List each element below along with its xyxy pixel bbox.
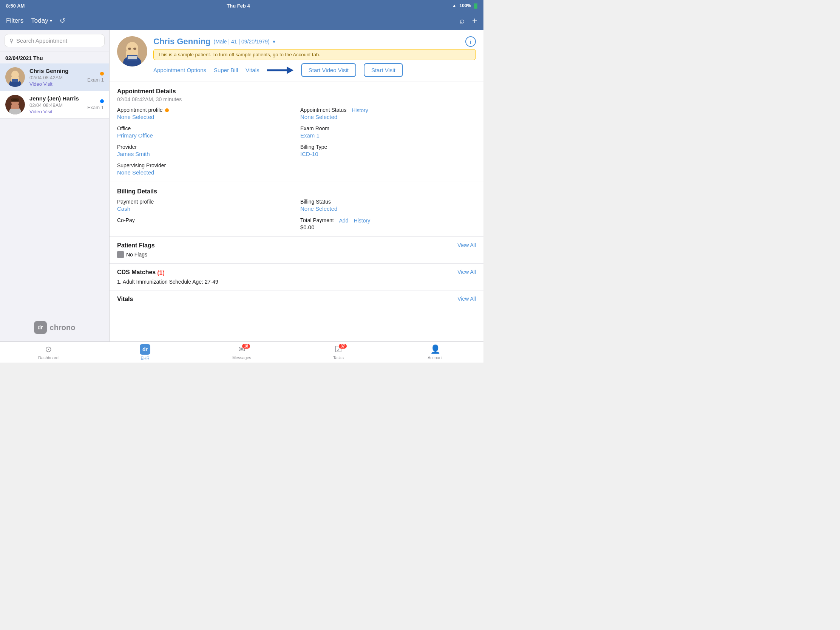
svg-rect-4: [12, 79, 18, 82]
cds-content: CDS Matches (1) 1. Adult Immunization Sc…: [117, 269, 218, 285]
tasks-label: Tasks: [333, 355, 344, 360]
appointment-profile-field: Appointment profile None Selected: [117, 107, 293, 120]
avatar: [5, 95, 25, 114]
total-payment-add-link[interactable]: Add: [339, 218, 349, 224]
exam-room: Exam 1: [87, 105, 104, 110]
patient-flags-title: Patient Flags: [117, 242, 155, 249]
payment-profile-value[interactable]: Cash: [117, 205, 293, 212]
svg-rect-8: [11, 105, 19, 109]
payment-profile-label: Payment profile: [117, 199, 293, 205]
appointment-dot: [165, 108, 169, 112]
billing-status-field: Billing Status None Selected: [300, 199, 476, 212]
nav-tasks[interactable]: ☑ 37 Tasks: [290, 344, 387, 360]
add-button[interactable]: +: [472, 16, 477, 26]
patient-header: Chris Genning (Male | 41 | 09/20/1979) ▾…: [109, 30, 483, 82]
cds-matches-title: CDS Matches: [117, 269, 156, 276]
super-bill-link[interactable]: Super Bill: [214, 67, 238, 73]
annotation-arrow: [267, 66, 294, 75]
total-payment-history-link[interactable]: History: [354, 218, 371, 224]
appointment-options-link[interactable]: Appointment Options: [153, 67, 206, 73]
filters-button[interactable]: Filters: [6, 17, 24, 25]
billing-type-label: Billing Type: [300, 144, 476, 150]
office-field: Office Primary Office: [117, 125, 293, 139]
start-visit-button[interactable]: Start Visit: [364, 63, 403, 77]
patient-name: Jenny (Jen) Harris: [30, 95, 83, 102]
patient-name[interactable]: Chris Genning: [153, 36, 211, 46]
sidebar: ⚲ Search Appointment 02/04/2021 Thu Chri…: [0, 30, 109, 341]
nav-messages[interactable]: ✉ 18 Messages: [193, 344, 290, 360]
dashboard-icon: ⊙: [45, 344, 52, 354]
status-bar: 8:50 AM Thu Feb 4 ▲ 100% ▓: [0, 0, 483, 11]
total-payment-value: $0.00: [300, 224, 476, 231]
drchrono-logo-icon: dr: [34, 321, 47, 334]
billing-status-value[interactable]: None Selected: [300, 205, 476, 212]
search-input[interactable]: Search Appointment: [16, 37, 67, 44]
nav-dashboard[interactable]: ⊙ Dashboard: [0, 344, 97, 360]
provider-label: Provider: [117, 144, 293, 150]
nav-ehr[interactable]: dr EHR: [97, 344, 193, 360]
svg-marker-18: [287, 66, 294, 74]
svg-point-15: [128, 47, 131, 50]
refresh-button[interactable]: ↺: [60, 17, 65, 25]
dashboard-label: Dashboard: [38, 355, 58, 360]
billing-details-title: Billing Details: [117, 188, 476, 195]
patient-flags-view-all[interactable]: View All: [457, 242, 476, 248]
info-icon[interactable]: i: [465, 36, 476, 47]
wifi-icon: ▲: [452, 3, 456, 8]
appointment-type: Video Visit: [30, 109, 83, 114]
total-payment-field: Total Payment Add History $0.00: [300, 217, 476, 231]
patient-meta: (Male | 41 | 09/20/1979): [214, 38, 270, 44]
appointment-time: 02/04 08:42AM: [30, 75, 83, 81]
search-box[interactable]: ⚲ Search Appointment: [5, 34, 105, 47]
appointment-time: 02/04 08:49AM: [30, 103, 83, 108]
exam-room-label: Exam Room: [300, 125, 476, 131]
exam-room: Exam 1: [87, 77, 104, 83]
appointment-right: Exam 1: [87, 72, 104, 83]
exam-room-value[interactable]: Exam 1: [300, 132, 476, 139]
appointment-status-label: Appointment Status: [300, 107, 346, 113]
copay-label: Co-Pay: [117, 217, 293, 223]
search-icon: ⚲: [9, 38, 13, 44]
vitals-link[interactable]: Vitals: [245, 67, 259, 73]
tasks-badge: 37: [339, 344, 347, 349]
app-header: Filters Today ▾ ↺ ⌕ +: [0, 11, 483, 30]
svg-rect-14: [128, 56, 137, 59]
cds-view-all[interactable]: View All: [457, 269, 476, 275]
sample-patient-banner: This is a sample patient. To turn off sa…: [153, 49, 476, 60]
total-payment-label: Total Payment: [300, 217, 334, 223]
appointment-status-field: Appointment Status History None Selected: [300, 107, 476, 120]
appointment-details-section: Appointment Details 02/04 08:42AM, 30 mi…: [109, 82, 483, 182]
patient-actions: Appointment Options Super Bill Vitals St…: [153, 63, 476, 77]
patient-chevron-icon[interactable]: ▾: [273, 38, 275, 44]
copay-field: Co-Pay: [117, 217, 293, 231]
search-icon[interactable]: ⌕: [459, 16, 464, 26]
appointment-status-history-link[interactable]: History: [352, 107, 368, 113]
supervising-provider-value[interactable]: None Selected: [117, 169, 293, 175]
today-button[interactable]: Today ▾: [31, 17, 52, 25]
appointment-status-value[interactable]: None Selected: [300, 114, 476, 120]
search-container: ⚲ Search Appointment: [0, 30, 109, 51]
date-header: 02/04/2021 Thu: [0, 51, 109, 63]
appointment-item[interactable]: Chris Genning 02/04 08:42AM Video Visit …: [0, 63, 109, 91]
office-value[interactable]: Primary Office: [117, 132, 293, 139]
start-video-visit-button[interactable]: Start Video Visit: [301, 63, 356, 77]
vitals-view-all[interactable]: View All: [457, 296, 476, 302]
messages-label: Messages: [232, 355, 251, 360]
appointment-profile-value[interactable]: None Selected: [117, 114, 293, 120]
cds-matches-section: CDS Matches (1) 1. Adult Immunization Sc…: [109, 264, 483, 291]
nav-account[interactable]: 👤 Account: [387, 344, 483, 360]
office-label: Office: [117, 125, 293, 131]
appointment-item[interactable]: Jenny (Jen) Harris 02/04 08:49AM Video V…: [0, 91, 109, 118]
patient-info: Chris Genning (Male | 41 | 09/20/1979) ▾…: [153, 36, 476, 77]
appointment-right: Exam 1: [87, 99, 104, 110]
flags-content: Patient Flags No Flags: [117, 242, 155, 258]
appointment-datetime: 02/04 08:42AM, 30 minutes: [117, 96, 476, 103]
billing-type-value[interactable]: ICD-10: [300, 151, 476, 157]
battery-icon: ▓: [474, 3, 477, 8]
no-flags-label: No Flags: [126, 251, 147, 257]
patient-name: Chris Genning: [30, 68, 83, 74]
billing-status-label: Billing Status: [300, 199, 476, 205]
patient-flags-section: Patient Flags No Flags View All: [109, 237, 483, 264]
provider-value[interactable]: James Smith: [117, 151, 293, 157]
status-time: 8:50 AM: [6, 3, 25, 9]
